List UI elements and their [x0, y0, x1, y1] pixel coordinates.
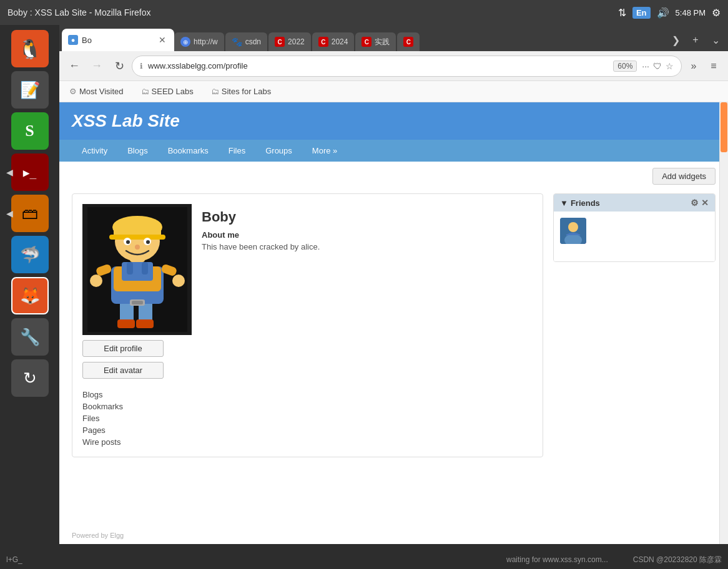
- os-topbar: Boby : XSS Lab Site - Mozilla Firefox ⇅ …: [0, 0, 728, 25]
- folder-sites-icon: 🗂: [211, 87, 219, 96]
- tab-last[interactable]: C: [397, 32, 420, 51]
- profile-link-pages[interactable]: Pages: [82, 426, 123, 435]
- more-tabs-button[interactable]: ❯: [667, 31, 684, 49]
- tab-http[interactable]: ⊕ http://w: [174, 32, 224, 51]
- sidebar-item-file-manager[interactable]: ◀ 🗃: [11, 195, 49, 232]
- sidebar-item-text-editor[interactable]: 📝: [11, 71, 49, 109]
- bookmark-sites-for-labs[interactable]: 🗂 Sites for Labs: [207, 85, 275, 98]
- friend-avatar-image: [560, 218, 586, 244]
- list-tabs-button[interactable]: ⌄: [707, 31, 724, 49]
- profile-about-text: This have been cracked by alice.: [202, 242, 533, 251]
- profile-card: Edit profile Edit avatar Blogs Bookmarks…: [72, 193, 543, 457]
- nav-more[interactable]: More »: [302, 140, 347, 162]
- tab-close-button[interactable]: ✕: [157, 34, 168, 46]
- profile-link-blogs[interactable]: Blogs: [82, 390, 123, 399]
- profile-links: Blogs Bookmarks Files Pages Wire posts: [82, 390, 123, 447]
- svg-point-10: [90, 275, 102, 287]
- sidebar-item-settings[interactable]: 🔧: [11, 318, 49, 356]
- pocket-icon[interactable]: 🛡: [653, 61, 662, 71]
- os-topbar-left: Boby : XSS Lab Site - Mozilla Firefox: [7, 7, 151, 17]
- nav-files[interactable]: Files: [219, 140, 255, 162]
- terminal-arrow: ◀: [6, 167, 13, 177]
- back-button[interactable]: ←: [64, 56, 84, 76]
- sidebar-item-ubuntu[interactable]: 🐧: [11, 30, 49, 67]
- bottom-text: l+G_: [6, 555, 22, 564]
- more-options-icon[interactable]: ···: [642, 61, 649, 71]
- avatar-figure: [87, 207, 187, 332]
- tab-2022[interactable]: C 2022: [268, 32, 311, 51]
- nav-groups[interactable]: Groups: [255, 140, 302, 162]
- sidebar-item-firefox[interactable]: 🦊: [11, 277, 49, 314]
- sidebar-item-terminal[interactable]: ◀ ▶_: [11, 153, 49, 191]
- svg-rect-15: [114, 227, 161, 236]
- edit-avatar-button[interactable]: Edit avatar: [82, 362, 164, 379]
- other-tabs: ⊕ http://w 🐾 csdn C 2022 C 2024 C 实践 C: [174, 32, 420, 51]
- page-scrollbar[interactable]: [719, 102, 728, 544]
- lang-badge[interactable]: En: [632, 7, 651, 19]
- nav-bookmarks[interactable]: Bookmarks: [158, 140, 219, 162]
- profile-link-wire-posts[interactable]: Wire posts: [82, 437, 123, 447]
- settings-icon[interactable]: ⚙: [712, 7, 721, 19]
- refresh-button[interactable]: ↻: [109, 56, 129, 76]
- tab-shijian-label: 实践: [375, 37, 390, 47]
- firefox-icon: 🦊: [20, 286, 40, 306]
- widget-controls: ⚙ ✕: [691, 198, 709, 208]
- os-topbar-right: ⇅ En 🔊 5:48 PM ⚙: [618, 7, 721, 19]
- svg-rect-3: [117, 319, 135, 328]
- bookmark-star-icon[interactable]: ☆: [666, 61, 674, 71]
- bookmark-most-visited[interactable]: ⚙ Most Visited: [66, 85, 127, 98]
- url-text: www.xsslabelgg.com/profile: [148, 61, 608, 71]
- tab-2022-label: 2022: [288, 37, 305, 46]
- svg-rect-22: [127, 262, 133, 275]
- sites-for-labs-label: Sites for Labs: [222, 87, 272, 96]
- text-editor-icon: 📝: [20, 80, 40, 100]
- c-logo-shijian: C: [362, 37, 371, 47]
- sidebar-item-wireshark[interactable]: 🦈: [11, 236, 49, 273]
- svg-point-27: [568, 222, 578, 232]
- add-widgets-button[interactable]: Add widgets: [652, 168, 716, 185]
- site-nav: Activity Blogs Bookmarks Files Groups Mo…: [59, 140, 728, 162]
- sidebar-item-s-app[interactable]: S: [11, 112, 49, 150]
- s-app-icon: S: [25, 122, 34, 140]
- hamburger-menu-button[interactable]: ≡: [704, 57, 723, 75]
- svg-rect-16: [109, 235, 165, 240]
- bookmark-seed-labs[interactable]: 🗂 SEED Labs: [137, 85, 197, 98]
- sidebar-item-updater[interactable]: ↻: [11, 359, 49, 397]
- tab-csdn[interactable]: 🐾 csdn: [225, 32, 267, 51]
- tab-bar: ● Bo ✕ ⊕ http://w 🐾 csdn C 2022 C 2024: [59, 25, 728, 51]
- active-tab[interactable]: ● Bo ✕: [62, 29, 174, 51]
- zoom-level[interactable]: 60%: [613, 61, 637, 72]
- file-manager-icon: 🗃: [22, 204, 38, 223]
- left-sidebar: 🐧 📝 S ◀ ▶_ ◀ 🗃 🦈 🦊 🔧 ↻: [0, 25, 59, 569]
- bookmarks-bar: ⚙ Most Visited 🗂 SEED Labs 🗂 Sites for L…: [59, 81, 728, 102]
- network-icon: ⇅: [618, 7, 626, 19]
- nav-activity[interactable]: Activity: [72, 140, 117, 162]
- extensions-button[interactable]: »: [684, 57, 703, 75]
- c-logo-2022: C: [275, 37, 285, 47]
- forward-button[interactable]: →: [87, 56, 107, 76]
- new-tab-button[interactable]: +: [687, 31, 704, 49]
- tab-2024[interactable]: C 2024: [312, 32, 355, 51]
- nav-blogs[interactable]: Blogs: [117, 140, 158, 162]
- profile-about-label: About me: [202, 230, 533, 240]
- address-bar[interactable]: ℹ www.xsslabelgg.com/profile 60% ··· 🛡 ☆: [132, 56, 682, 77]
- profile-link-bookmarks[interactable]: Bookmarks: [82, 402, 123, 411]
- scrollbar-thumb[interactable]: [721, 102, 727, 152]
- profile-link-files[interactable]: Files: [82, 414, 123, 423]
- friend-avatar[interactable]: [560, 218, 586, 244]
- footer-text: Powered by Elgg: [72, 532, 124, 539]
- nav-extras: » ≡: [684, 57, 723, 75]
- svg-rect-23: [142, 262, 148, 275]
- profile-info: Boby About me This have been cracked by …: [202, 204, 533, 447]
- browser-window: ● Bo ✕ ⊕ http://w 🐾 csdn C 2022 C 2024: [59, 25, 728, 544]
- update-icon: ↻: [23, 369, 37, 388]
- tab-shijian[interactable]: C 实践: [355, 32, 396, 51]
- edit-profile-button[interactable]: Edit profile: [82, 340, 164, 357]
- ubuntu-icon: 🐧: [18, 38, 41, 60]
- widget-close-icon[interactable]: ✕: [701, 198, 709, 208]
- bottom-status-bar: l+G_ waiting for www.xss.syn.com... CSDN…: [0, 550, 728, 569]
- avatar-section: Edit profile Edit avatar Blogs Bookmarks…: [82, 204, 192, 447]
- nav-bar: ← → ↻ ℹ www.xsslabelgg.com/profile 60% ·…: [59, 51, 728, 81]
- widget-cog-icon[interactable]: ⚙: [691, 198, 699, 208]
- site-title: XSS Lab Site: [72, 111, 716, 131]
